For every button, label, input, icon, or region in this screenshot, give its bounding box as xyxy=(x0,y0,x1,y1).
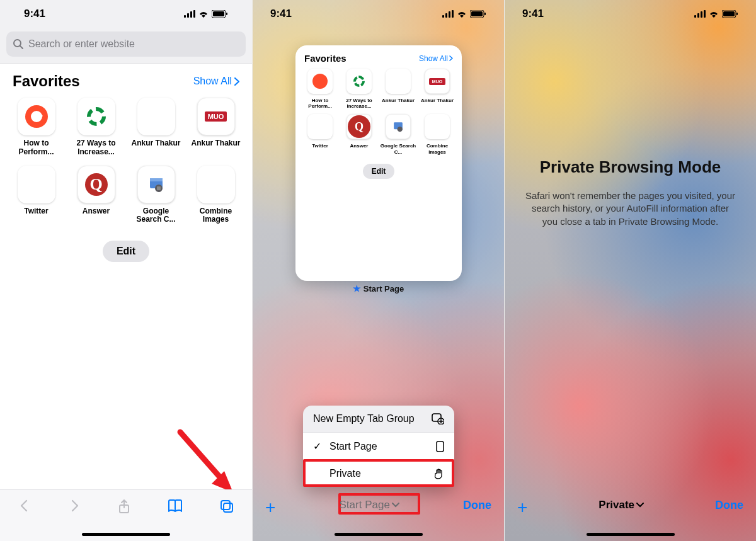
favorite-semrush[interactable]: How to Perform... xyxy=(302,69,338,109)
svg-rect-21 xyxy=(449,11,450,18)
svg-rect-13 xyxy=(157,186,161,190)
done-button[interactable]: Done xyxy=(715,499,743,512)
phone-icon xyxy=(436,441,444,452)
new-tab-button[interactable]: + xyxy=(517,499,527,516)
highlight-private xyxy=(303,459,454,487)
private-body: Safari won't remember the pages you visi… xyxy=(524,190,737,228)
done-button[interactable]: Done xyxy=(463,499,491,512)
battery-icon xyxy=(722,10,738,18)
show-all-link[interactable]: Show All xyxy=(419,54,453,63)
search-placeholder: Search or enter website xyxy=(28,38,135,50)
forward-button[interactable] xyxy=(67,499,81,513)
private-title: Private Browsing Mode xyxy=(524,157,737,177)
favorite-twitter[interactable]: Twitter xyxy=(9,166,64,225)
favorite-combine[interactable]: CCombine Images xyxy=(419,114,455,154)
favorite-quora[interactable]: QAnswer xyxy=(341,114,377,154)
favorites-grid: How to Perform... 27 Ways to Increase...… xyxy=(0,93,252,229)
favorites-heading: Favorites xyxy=(304,53,346,64)
chevron-down-icon xyxy=(392,503,399,508)
svg-rect-18 xyxy=(224,503,232,512)
svg-rect-19 xyxy=(442,15,444,18)
screen-1-safari-start-page: 9:41 Search or enter website Favorites S… xyxy=(0,0,252,541)
favorite-muo[interactable]: MUOAnkur Thakur xyxy=(188,98,243,157)
checkmark-icon: ✓ xyxy=(313,440,324,452)
svg-rect-22 xyxy=(452,10,454,18)
favorite-gsc[interactable]: Google Search C... xyxy=(129,166,183,225)
menu-new-empty-tab-group[interactable]: New Empty Tab Group xyxy=(303,406,454,432)
svg-line-8 xyxy=(20,46,23,48)
svg-line-14 xyxy=(180,432,227,485)
tab-group-selector[interactable]: Start Page xyxy=(340,499,399,511)
show-all-link[interactable]: Show All xyxy=(193,76,239,87)
cellular-icon xyxy=(694,10,706,18)
svg-rect-5 xyxy=(213,11,224,16)
search-icon xyxy=(13,38,24,50)
favorites-heading: Favorites xyxy=(13,72,80,90)
favorite-27ways[interactable]: 27 Ways to Increase... xyxy=(69,98,123,157)
wifi-icon xyxy=(708,10,719,18)
svg-rect-34 xyxy=(704,10,706,18)
svg-rect-17 xyxy=(221,501,230,510)
favorite-muo[interactable]: MUOAnkur Thakur xyxy=(419,69,455,109)
tab-thumbnail[interactable]: Favorites Show All How to Perform... 27 … xyxy=(295,45,462,281)
status-icons xyxy=(442,10,486,18)
home-indicator xyxy=(82,533,170,536)
svg-rect-36 xyxy=(723,11,735,16)
favorite-twitter[interactable]: Twitter xyxy=(302,114,338,154)
status-time: 9:41 xyxy=(522,8,544,20)
favorite-idb[interactable]: iDBAnkur Thakur xyxy=(380,69,416,109)
status-time: 9:41 xyxy=(270,8,292,20)
cellular-icon xyxy=(184,10,195,18)
favorites-grid-mini: How to Perform... 27 Ways to Increase...… xyxy=(302,66,455,157)
svg-rect-24 xyxy=(471,11,483,16)
svg-rect-6 xyxy=(226,13,227,15)
favorite-idb[interactable]: iDBAnkur Thakur xyxy=(129,98,183,157)
status-bar: 9:41 xyxy=(505,0,756,28)
svg-rect-37 xyxy=(736,13,738,15)
menu-start-page[interactable]: ✓Start Page xyxy=(303,432,454,460)
favorite-combine[interactable]: CCombine Images xyxy=(188,166,243,225)
share-button[interactable] xyxy=(117,499,131,515)
status-bar: 9:41 xyxy=(253,0,504,28)
favorite-semrush[interactable]: How to Perform... xyxy=(9,98,64,157)
chevron-right-icon xyxy=(449,55,453,61)
svg-rect-11 xyxy=(150,178,163,181)
screen-3-private-browsing: 9:41 Private Browsing Mode Safari won't … xyxy=(504,0,756,541)
cellular-icon xyxy=(442,10,454,18)
svg-rect-20 xyxy=(445,13,447,18)
svg-rect-0 xyxy=(184,15,186,18)
favorite-27ways[interactable]: 27 Ways to Increase... xyxy=(341,69,377,109)
back-button[interactable] xyxy=(18,499,32,513)
svg-rect-2 xyxy=(190,11,192,18)
svg-rect-31 xyxy=(694,15,696,18)
svg-rect-30 xyxy=(437,441,444,452)
private-browsing-info: Private Browsing Mode Safari won't remem… xyxy=(505,157,756,228)
svg-rect-3 xyxy=(193,10,195,18)
battery-icon xyxy=(470,10,486,18)
bookmarks-button[interactable] xyxy=(167,499,183,513)
favorite-quora[interactable]: QAnswer xyxy=(69,166,123,225)
home-indicator xyxy=(587,533,675,536)
star-icon: ★ xyxy=(353,283,361,293)
tabs-button[interactable] xyxy=(219,499,234,514)
status-icons xyxy=(694,10,738,18)
tab-caption: ★Start Page xyxy=(253,283,504,293)
chevron-right-icon xyxy=(234,77,239,86)
edit-button[interactable]: Edit xyxy=(363,164,395,179)
wifi-icon xyxy=(456,10,467,18)
svg-rect-33 xyxy=(701,11,702,18)
status-icons xyxy=(184,10,228,18)
tab-group-selector[interactable]: Private xyxy=(598,499,644,511)
svg-rect-1 xyxy=(187,13,189,18)
svg-point-27 xyxy=(398,127,403,132)
edit-button[interactable]: Edit xyxy=(103,241,149,262)
chevron-down-icon xyxy=(636,503,644,508)
screen-2-tab-groups-menu: 9:41 Favorites Show All How to Perform..… xyxy=(252,0,504,541)
search-input[interactable]: Search or enter website xyxy=(6,31,246,57)
favorite-gsc[interactable]: Google Search C... xyxy=(380,114,416,154)
svg-rect-32 xyxy=(697,13,699,18)
svg-rect-25 xyxy=(484,13,486,15)
new-tab-button[interactable]: + xyxy=(265,499,275,516)
battery-icon xyxy=(212,10,228,18)
status-time: 9:41 xyxy=(24,8,45,20)
